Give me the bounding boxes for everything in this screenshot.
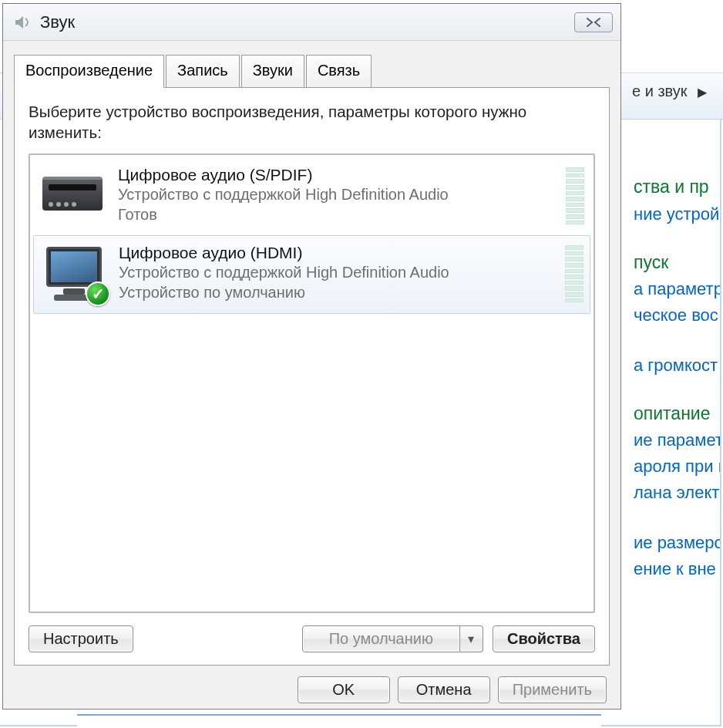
set-default-button[interactable]: По умолчанию [302,625,460,652]
set-default-split-button[interactable]: По умолчанию ▾ [302,625,483,652]
tab-recording[interactable]: Запись [166,55,240,87]
breadcrumb-arrow-icon: ▶ [691,86,707,99]
sound-icon [11,12,32,33]
device-title: Цифровое аудио (S/PDIF) [118,166,560,184]
cp-link[interactable]: а громкост [634,352,720,379]
cp-link[interactable]: ие размеро [634,530,720,556]
device-item-hdmi[interactable]: ✓ Цифровое аудио (HDMI) Устройство с под… [33,235,590,314]
instruction-text: Выберите устройство воспроизведения, пар… [29,102,595,143]
level-meter-icon [565,244,583,304]
dialog-footer: OK Отмена Применить [3,666,620,703]
cp-link[interactable]: ароля при в [634,453,720,480]
device-desc: Устройство с поддержкой High Definition … [118,184,560,204]
properties-button[interactable]: Свойства [493,625,595,652]
cp-heading: пуск [634,249,720,277]
address-text: е и звук [632,83,688,99]
cp-heading: ства и пр [634,174,720,201]
configure-button[interactable]: Настроить [29,625,133,652]
device-list[interactable]: Цифровое аудио (S/PDIF) Устройство с под… [29,153,595,613]
cp-link[interactable]: ческое вос [634,302,720,329]
spdif-device-icon [39,166,107,226]
tab-sounds[interactable]: Звуки [241,55,304,87]
tab-strip: Воспроизведение Запись Звуки Связь [14,55,610,87]
hdmi-monitor-icon: ✓ [40,244,108,304]
device-status: Устройство по умолчанию [119,282,559,302]
device-desc: Устройство с поддержкой High Definition … [119,262,559,282]
apply-button[interactable]: Применить [498,676,607,703]
cancel-button[interactable]: Отмена [398,676,490,703]
stray-window-edge [77,714,601,728]
default-check-icon: ✓ [86,281,110,306]
cp-link[interactable]: а параметр [634,276,720,302]
tab-comm[interactable]: Связь [306,55,372,87]
device-item-spdif[interactable]: Цифровое аудио (S/PDIF) Устройство с под… [33,158,590,235]
cp-link[interactable]: лана электр [634,480,720,506]
ok-button[interactable]: OK [298,676,390,703]
cp-link[interactable]: ие параметр [634,427,720,453]
level-meter-icon [566,166,584,226]
dialog-title: Звук [40,12,574,32]
titlebar[interactable]: Звук [3,4,620,41]
tab-playback[interactable]: Воспроизведение [14,55,164,88]
device-title: Цифровое аудио (HDMI) [119,244,559,262]
dropdown-arrow-icon[interactable]: ▾ [460,625,483,652]
close-button[interactable] [574,12,613,32]
cp-link[interactable]: ение к вне [634,556,720,582]
device-status: Готов [118,204,560,224]
tab-body: Выберите устройство воспроизведения, пар… [14,87,610,666]
cp-heading: опитание [634,400,720,428]
cp-link[interactable]: ние устройс [634,201,720,228]
sound-dialog: Звук Воспроизведение Запись Звуки Связь … [2,3,621,709]
